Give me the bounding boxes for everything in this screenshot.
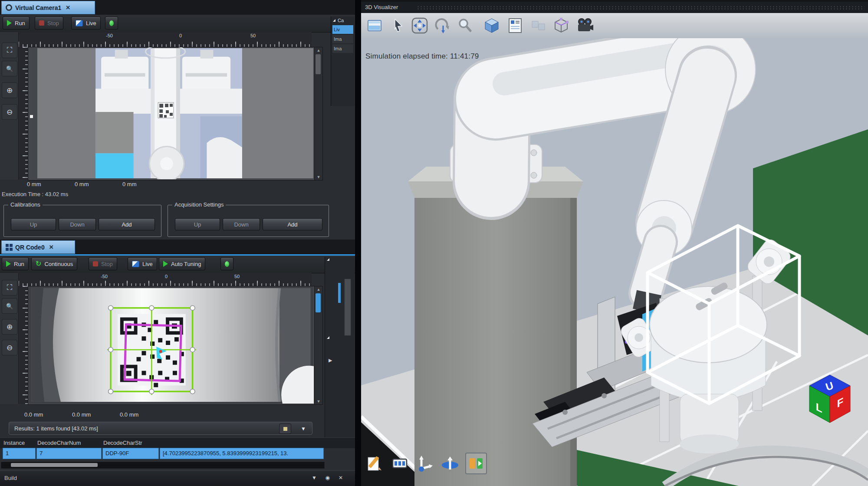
table-scrollbar[interactable]: [1, 462, 325, 469]
stop-icon: [93, 261, 98, 266]
camera-recorder-icon[interactable]: [575, 16, 595, 36]
qr-image-view[interactable]: [28, 286, 315, 405]
panel-divider[interactable]: [355, 0, 361, 486]
auto-tuning-button[interactable]: Auto Tuning: [159, 257, 205, 270]
edit-pencil-icon[interactable]: [365, 453, 385, 473]
qr-tabbar: QR Code0 ✕: [0, 240, 355, 255]
zoom-out-icon[interactable]: ⊖: [2, 104, 17, 120]
live-button[interactable]: Live: [128, 257, 157, 270]
mini-scroll-thumb[interactable]: [338, 283, 341, 303]
run-button[interactable]: Run: [3, 16, 30, 30]
close-icon[interactable]: ✕: [66, 4, 70, 11]
stop-button[interactable]: Stop: [35, 16, 63, 30]
play-icon: [7, 20, 12, 26]
qr-icon: [6, 244, 9, 247]
collapse-arrow-icon[interactable]: ▼: [312, 475, 317, 481]
camera-toolbar: Run Stop Live: [0, 15, 355, 33]
cad-measure-icon[interactable]: [390, 453, 410, 473]
fit-region-icon[interactable]: ⛶: [2, 280, 17, 296]
drag-handle-texture: [417, 6, 865, 10]
solid-cube-icon[interactable]: [482, 16, 502, 36]
edge-marker: [30, 115, 33, 118]
execution-time-label: Execution Time : 43.02 ms: [2, 191, 68, 197]
live-button[interactable]: Live: [71, 16, 101, 30]
wireframe-box-icon[interactable]: [551, 16, 571, 36]
zoom-in-icon[interactable]: ⊕: [2, 319, 17, 335]
calibrations-up-button[interactable]: Up: [11, 218, 56, 230]
visualizer-bottom-toolbar: [365, 453, 487, 474]
properties-panel-icon[interactable]: [505, 16, 525, 36]
view-frame-icon[interactable]: [365, 16, 385, 36]
qr-side-flyout: ▶: [325, 257, 355, 439]
green-led-icon: [225, 261, 229, 267]
continuous-button[interactable]: ↻ Continuous: [31, 257, 77, 270]
acquisition-down-button[interactable]: Down: [223, 218, 260, 230]
calibrations-down-button[interactable]: Down: [59, 218, 96, 230]
mini-scrollbar[interactable]: [344, 279, 351, 336]
simulation-elapsed-time: Simulation elapsed time: 11:41:79: [365, 52, 479, 61]
results-dropdown-icon[interactable]: ▼: [301, 426, 306, 432]
scroll-up-icon[interactable]: ▲: [315, 286, 322, 292]
3d-visualizer-panel: 3D Visualizer: [361, 0, 868, 486]
green-led-icon: [109, 20, 114, 26]
expander-icon[interactable]: [333, 19, 335, 22]
calibrations-add-button[interactable]: Add: [99, 218, 155, 230]
application-window: Virtual Camera1 ✕ Run Stop Live mm -50 0…: [0, 0, 868, 486]
camera-icon: [6, 4, 12, 11]
3d-scene[interactable]: [361, 38, 868, 486]
qr-code-panel: QR Code0 ✕ Run ↻ Continuous Stop Live Au…: [0, 240, 355, 470]
zoom-100-icon[interactable]: 🔍: [2, 61, 17, 76]
loop-icon: ↻: [36, 260, 41, 267]
pan-view-icon[interactable]: [410, 16, 430, 36]
flyout-item[interactable]: Ima: [332, 35, 353, 43]
run-simulation-icon[interactable]: [465, 453, 487, 474]
flyout-item[interactable]: Liv: [332, 25, 353, 34]
pin-icon[interactable]: ◉: [326, 475, 330, 481]
fit-region-icon[interactable]: ⛶: [2, 43, 17, 58]
status-led-button[interactable]: [220, 257, 233, 270]
qr-mark-on-part: [158, 102, 174, 118]
zoom-view-icon[interactable]: [455, 16, 475, 36]
camera-image: [28, 47, 314, 179]
acquisition-add-button[interactable]: Add: [263, 218, 322, 230]
qr-view-scrollbar[interactable]: ▲ ▼: [314, 286, 323, 405]
expander-icon[interactable]: [327, 258, 329, 261]
camera-view-scrollbar[interactable]: ▲ ▼: [314, 47, 323, 181]
scroll-down-icon[interactable]: ▼: [315, 398, 322, 404]
zoom-100-icon[interactable]: 🔍: [2, 298, 17, 314]
expander-right-icon[interactable]: ▶: [329, 358, 332, 363]
select-cursor-icon[interactable]: [388, 16, 408, 36]
expander-icon[interactable]: [327, 336, 329, 339]
zoom-in-icon[interactable]: ⊕: [2, 82, 17, 98]
tab-qr-code0[interactable]: QR Code0 ✕: [1, 240, 75, 254]
results-bar: Results: 1 items found [43.02 ms] ▼: [9, 422, 312, 435]
close-icon[interactable]: ✕: [49, 244, 54, 250]
3d-scene-render: [361, 38, 868, 486]
run-button[interactable]: Run: [2, 257, 29, 270]
qr-view-tools: ⛶ 🔍 ⊕ ⊖: [0, 273, 19, 404]
scroll-up-icon[interactable]: ▲: [315, 47, 322, 53]
status-bar: Build ▼ ◉ ✕: [0, 470, 355, 486]
close-icon[interactable]: ✕: [339, 475, 343, 481]
measure-grid-icon-disabled[interactable]: [529, 16, 549, 36]
flyout-item[interactable]: Ima: [332, 44, 353, 53]
virtual-camera-panel: Virtual Camera1 ✕ Run Stop Live mm -50 0…: [0, 0, 355, 240]
results-options-button[interactable]: [279, 424, 291, 434]
rotate-view-icon[interactable]: [432, 16, 452, 36]
calibrations-group: Calibrations Up Down Add: [3, 205, 161, 237]
tab-virtual-camera1[interactable]: Virtual Camera1 ✕: [1, 1, 95, 14]
stop-button[interactable]: Stop: [89, 257, 117, 270]
orientation-cube[interactable]: U L F: [808, 374, 852, 426]
play-icon: [163, 261, 168, 267]
acquisition-up-button[interactable]: Up: [175, 218, 220, 230]
scroll-down-icon[interactable]: ▼: [315, 174, 322, 180]
results-table-header: Instance DecodeCharNum DecodeCharStr: [0, 437, 355, 448]
camera-image-view[interactable]: [28, 47, 315, 181]
zoom-out-icon[interactable]: ⊖: [2, 340, 17, 355]
vertical-ruler: [18, 47, 28, 180]
orbit-icon[interactable]: [440, 453, 460, 473]
status-led-button[interactable]: [105, 16, 118, 30]
visualizer-titlebar[interactable]: 3D Visualizer: [361, 2, 868, 13]
tab-label: QR Code0: [15, 244, 45, 251]
axes-icon[interactable]: [415, 453, 435, 473]
